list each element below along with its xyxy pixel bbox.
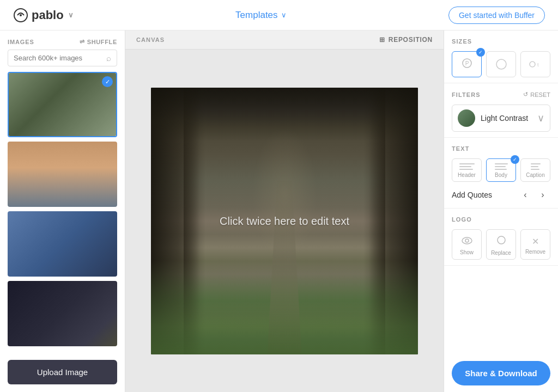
text-line — [531, 166, 538, 167]
logo-options: Show Replace ✕ Remove — [452, 229, 550, 260]
sizes-header: SIZES — [452, 38, 550, 45]
image-thumb[interactable] — [8, 211, 117, 277]
sizes-title: SIZES — [452, 38, 472, 45]
logo-show-button[interactable]: Show — [452, 229, 482, 260]
search-input[interactable] — [14, 54, 106, 62]
image-thumb[interactable] — [8, 142, 117, 207]
canvas-content: Click twice here to edit text — [125, 50, 444, 392]
get-started-button[interactable]: Get started with Buffer — [448, 7, 545, 24]
search-icon: ⌕ — [106, 53, 111, 63]
canvas-header: CANVAS ⊞ REPOSITION — [125, 30, 444, 50]
show-label: Show — [460, 249, 474, 255]
shuffle-icon: ⇌ — [80, 38, 85, 45]
text-body-button[interactable]: ✓ Body — [486, 158, 516, 182]
right-panel: SIZES ✓ P t — [444, 30, 558, 392]
svg-text:t: t — [537, 62, 539, 68]
filter-thumbnail — [458, 109, 475, 127]
circle-size-icon — [495, 58, 507, 70]
shuffle-label: SHUFFLE — [87, 39, 117, 45]
replace-icon — [496, 235, 506, 248]
text-line — [495, 166, 506, 167]
size-selected-check: ✓ — [476, 48, 485, 57]
text-title: TEXT — [452, 145, 470, 152]
logo-replace-button[interactable]: Replace — [486, 229, 516, 260]
canvas-image[interactable]: Click twice here to edit text — [151, 88, 418, 354]
reposition-label: REPOSITION — [389, 36, 433, 44]
templates-nav[interactable]: Templates ∨ — [235, 10, 286, 21]
text-header: TEXT — [452, 145, 550, 152]
text-line — [495, 169, 507, 170]
text-line — [495, 163, 508, 164]
svg-point-4 — [496, 59, 506, 69]
logo-icon — [13, 8, 28, 23]
quotes-next-button[interactable]: › — [535, 187, 550, 203]
svg-point-7 — [462, 237, 472, 244]
left-panel: IMAGES ⇌ SHUFFLE ⌕ ✓ Upload — [0, 30, 125, 392]
text-line — [459, 163, 475, 164]
images-grid: ✓ — [0, 72, 125, 354]
caption-text-icon — [531, 163, 541, 170]
filters-title: FILTERS — [452, 91, 481, 98]
pinterest-icon: P — [462, 58, 472, 71]
right-panel-footer: Share & Download — [444, 354, 558, 392]
nav-arrows: ‹ › — [518, 187, 550, 203]
add-quotes-row: Add Quotes ‹ › — [452, 187, 550, 203]
header-label: Header — [458, 172, 476, 178]
images-title: IMAGES — [8, 39, 34, 45]
text-header-button[interactable]: Header — [452, 158, 482, 182]
filter-dropdown[interactable]: Light Contrast ∨ — [452, 105, 550, 132]
app-header: pablo ∨ Templates ∨ Get started with Buf… — [0, 0, 558, 30]
caption-label: Caption — [526, 172, 544, 178]
text-line — [459, 166, 471, 167]
text-section: TEXT Header ✓ — [444, 138, 558, 209]
logo-chevron: ∨ — [68, 11, 74, 19]
canvas-area: CANVAS ⊞ REPOSITION — [125, 30, 444, 392]
filters-section: FILTERS ↺ RESET Light Contrast ∨ — [444, 83, 558, 138]
social-size-icon: t — [529, 59, 543, 70]
reset-button[interactable]: ↺ RESET — [523, 91, 550, 98]
svg-point-9 — [498, 236, 505, 244]
svg-point-1 — [20, 14, 22, 16]
reset-label: RESET — [530, 91, 550, 98]
nav-label: Templates — [235, 10, 277, 21]
size-circle-button[interactable] — [486, 51, 516, 77]
image-thumb[interactable]: ✓ — [8, 72, 117, 137]
remove-label: Remove — [525, 249, 545, 255]
text-options: Header ✓ Body — [452, 158, 550, 182]
sizes-row: ✓ P t — [452, 51, 550, 77]
text-line — [531, 163, 541, 164]
size-social-button[interactable]: t — [520, 51, 550, 77]
quotes-prev-button[interactable]: ‹ — [518, 187, 533, 203]
selected-check: ✓ — [102, 76, 113, 87]
text-selected-check: ✓ — [511, 155, 519, 164]
logo-title: LOGO — [452, 216, 472, 223]
filters-header: FILTERS ↺ RESET — [452, 91, 550, 98]
share-download-button[interactable]: Share & Download — [452, 361, 550, 385]
logo-remove-button[interactable]: ✕ Remove — [520, 229, 550, 260]
text-line — [459, 169, 473, 170]
nav-chevron: ∨ — [281, 11, 287, 19]
eye-icon — [462, 236, 472, 247]
body-text-icon — [495, 163, 508, 170]
main-layout: IMAGES ⇌ SHUFFLE ⌕ ✓ Upload — [0, 30, 558, 392]
svg-text:P: P — [465, 60, 469, 66]
canvas-edit-text[interactable]: Click twice here to edit text — [220, 215, 349, 227]
reposition-button[interactable]: ⊞ REPOSITION — [379, 36, 433, 44]
logo: pablo ∨ — [13, 8, 74, 23]
left-panel-header: IMAGES ⇌ SHUFFLE — [0, 30, 125, 50]
body-label: Body — [495, 172, 507, 178]
shuffle-button[interactable]: ⇌ SHUFFLE — [80, 38, 117, 45]
text-caption-button[interactable]: Caption — [520, 158, 550, 182]
svg-point-8 — [465, 239, 469, 242]
size-pinterest-button[interactable]: ✓ P — [452, 51, 482, 77]
replace-label: Replace — [491, 250, 511, 256]
filter-name: Light Contrast — [481, 114, 532, 122]
upload-image-button[interactable]: Upload Image — [8, 360, 117, 384]
text-line — [531, 169, 539, 170]
logo-section: LOGO Show Replace ✕ Remove — [444, 209, 558, 266]
canvas-title: CANVAS — [136, 36, 165, 43]
image-thumb[interactable] — [8, 281, 117, 346]
sizes-section: SIZES ✓ P t — [444, 30, 558, 83]
chevron-down-icon: ∨ — [537, 112, 544, 124]
reset-icon: ↺ — [523, 91, 528, 98]
